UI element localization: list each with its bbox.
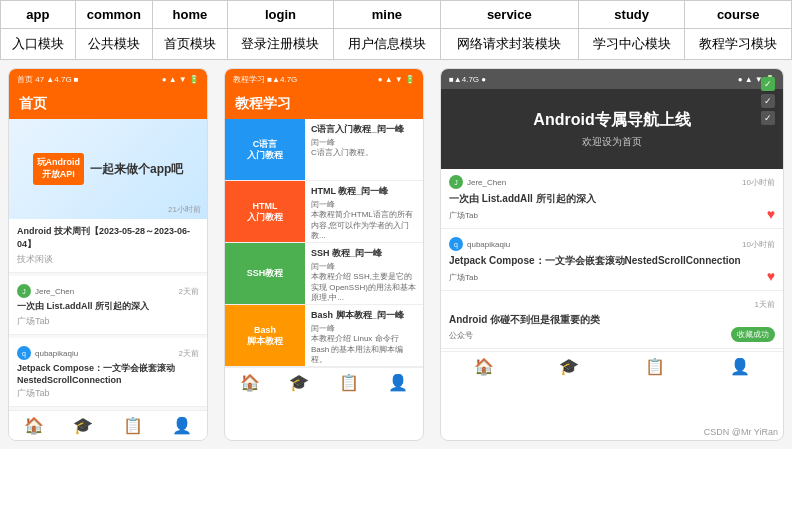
phone1-content: 玩Android 开放API 一起来做个app吧 21小时前 Android 技… bbox=[9, 119, 207, 410]
home-icon[interactable]: 🏠 bbox=[24, 416, 44, 435]
main-content: 首页 47 ▲4.7G ■ ● ▲ ▼ 🔋 首页 玩Android 开放API … bbox=[0, 60, 792, 449]
home-icon-3[interactable]: 🏠 bbox=[474, 357, 494, 376]
phone2-nav: 教程学习 bbox=[225, 89, 423, 119]
csdn-watermark: CSDN @Mr YiRan bbox=[701, 426, 781, 438]
course-info-html: HTML 教程_闰一峰 闰一峰本教程简介HTML语言的所有内容,您可以作为学者的… bbox=[305, 181, 423, 242]
desc-col-course: 教程学习模块 bbox=[685, 29, 792, 60]
course-info-c: C语言入门教程_闰一峰 闰一峰C语言入门教程。 bbox=[305, 119, 423, 180]
avatar-3: J bbox=[449, 175, 463, 189]
course-thumb-ssh: SSH教程 bbox=[225, 243, 305, 304]
home-icon-2[interactable]: 🏠 bbox=[240, 373, 260, 392]
course-item-html: HTML入门教程 HTML 教程_闰一峰 闰一峰本教程简介HTML语言的所有内容… bbox=[225, 181, 423, 243]
header-col-service: service bbox=[440, 1, 578, 29]
phone3-status-bar: ■▲4.7G ● ● ▲ ▼ 🔋 bbox=[441, 69, 783, 89]
header-col-common: common bbox=[75, 1, 152, 29]
desc-col-home: 首页模块 bbox=[153, 29, 228, 60]
desc-col-study: 学习中心模块 bbox=[578, 29, 684, 60]
phone2-bottom-nav: 🏠 🎓 📋 👤 bbox=[225, 367, 423, 397]
user-icon[interactable]: 👤 bbox=[172, 416, 192, 435]
like-button-1[interactable]: ♥ bbox=[767, 206, 775, 222]
service-list-item-2: q qubapikaqiu 10小时前 Jetpack Compose：一文学会… bbox=[441, 231, 783, 291]
course-item-ssh: SSH教程 SSH 教程_闰一峰 闰一峰本教程介绍 SSH,主要是它的实现 Op… bbox=[225, 243, 423, 305]
study-icon-3[interactable]: 🎓 bbox=[559, 357, 579, 376]
service-list-item-1: J Jere_Chen 10小时前 一次由 List.addAll 所引起的深入… bbox=[441, 169, 783, 229]
service-banner: Android专属导航上线 欢迎设为首页 ✓ ✓ ✓ bbox=[441, 89, 783, 169]
phone3-bottom-nav: 🏠 🎓 📋 👤 bbox=[441, 351, 783, 381]
service-content: J Jere_Chen 10小时前 一次由 List.addAll 所引起的深入… bbox=[441, 169, 783, 351]
phone1-banner: 玩Android 开放API 一起来做个app吧 21小时前 bbox=[9, 119, 207, 219]
desc-col-common: 公共模块 bbox=[75, 29, 152, 60]
phone-service: ■▲4.7G ● ● ▲ ▼ 🔋 Android专属导航上线 欢迎设为首页 ✓ … bbox=[440, 68, 784, 441]
service-list-item-3: 1天前 Android 你碰不到但是很重要的类 公众号 收藏成功 bbox=[441, 293, 783, 349]
phone1-status-bar: 首页 47 ▲4.7G ■ ● ▲ ▼ 🔋 bbox=[9, 69, 207, 89]
module-table: appcommonhomeloginmineservicestudycourse… bbox=[0, 0, 792, 60]
list-icon[interactable]: 📋 bbox=[123, 416, 143, 435]
desc-col-app: 入口模块 bbox=[1, 29, 76, 60]
course-info-ssh: SSH 教程_闰一峰 闰一峰本教程介绍 SSH,主要是它的实现 OpenSSH)… bbox=[305, 243, 423, 304]
phone2-status-bar: 教程学习 ■▲4.7G ● ▲ ▼ 🔋 bbox=[225, 69, 423, 89]
avatar: J bbox=[17, 284, 31, 298]
phone2-content: C语言入门教程 C语言入门教程_闰一峰 闰一峰C语言入门教程。 HTML入门教程… bbox=[225, 119, 423, 367]
phone1-list-item-3: q qubapikaqiu 2天前 Jetpack Compose：一文学会嵌套… bbox=[9, 338, 207, 407]
header-col-course: course bbox=[685, 1, 792, 29]
user-icon-2[interactable]: 👤 bbox=[388, 373, 408, 392]
phone-home: 首页 47 ▲4.7G ■ ● ▲ ▼ 🔋 首页 玩Android 开放API … bbox=[8, 68, 208, 441]
phone1-list-item-2: J Jere_Chen 2天前 一次由 List.addAll 所引起的深入 广… bbox=[9, 276, 207, 335]
study-icon[interactable]: 🎓 bbox=[73, 416, 93, 435]
avatar: q bbox=[17, 346, 31, 360]
phone1-list-item: Android 技术周刊【2023-05-28～2023-06-04】 技术闲谈 bbox=[9, 219, 207, 273]
list-icon-3[interactable]: 📋 bbox=[645, 357, 665, 376]
phone1-bottom-nav: 🏠 🎓 📋 👤 bbox=[9, 410, 207, 440]
phone1-nav: 首页 bbox=[9, 89, 207, 119]
header-col-login: login bbox=[227, 1, 333, 29]
header-col-home: home bbox=[153, 1, 228, 29]
phone-course: 教程学习 ■▲4.7G ● ▲ ▼ 🔋 教程学习 C语言入门教程 C语言入门教程… bbox=[224, 68, 424, 441]
like-button-2[interactable]: ♥ bbox=[767, 268, 775, 284]
header-col-mine: mine bbox=[334, 1, 440, 29]
study-icon-2[interactable]: 🎓 bbox=[289, 373, 309, 392]
desc-col-mine: 用户信息模块 bbox=[334, 29, 440, 60]
user-icon-3[interactable]: 👤 bbox=[730, 357, 750, 376]
list-icon-2[interactable]: 📋 bbox=[339, 373, 359, 392]
course-thumb-bash: Bash脚本教程 bbox=[225, 305, 305, 366]
course-item-c: C语言入门教程 C语言入门教程_闰一峰 闰一峰C语言入门教程。 bbox=[225, 119, 423, 181]
header-col-app: app bbox=[1, 1, 76, 29]
course-thumb-html: HTML入门教程 bbox=[225, 181, 305, 242]
desc-col-login: 登录注册模块 bbox=[227, 29, 333, 60]
course-info-bash: Bash 脚本教程_闰一峰 闰一峰本教程介绍 Linux 命令行 Bash 的基… bbox=[305, 305, 423, 366]
course-item-bash: Bash脚本教程 Bash 脚本教程_闰一峰 闰一峰本教程介绍 Linux 命令… bbox=[225, 305, 423, 367]
course-thumb-c: C语言入门教程 bbox=[225, 119, 305, 180]
received-badge: 收藏成功 bbox=[731, 327, 775, 342]
avatar-4: q bbox=[449, 237, 463, 251]
desc-col-service: 网络请求封装模块 bbox=[440, 29, 578, 60]
header-col-study: study bbox=[578, 1, 684, 29]
